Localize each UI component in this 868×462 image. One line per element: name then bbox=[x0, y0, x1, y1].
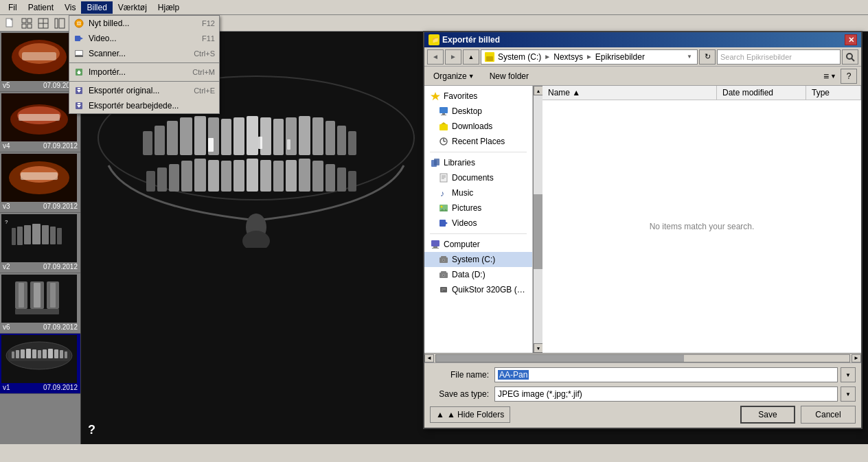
help-button[interactable]: ? bbox=[841, 69, 857, 84]
menu-eksporter-bearbejdede[interactable]: Eksportér bearbejdede... bbox=[69, 98, 219, 113]
nav-pictures[interactable]: Pictures bbox=[424, 200, 532, 216]
addr-sep2: ► bbox=[586, 53, 593, 60]
new-folder-button[interactable]: New folder bbox=[483, 69, 535, 83]
scanner-icon bbox=[73, 48, 84, 59]
nav-up-button[interactable]: ▲ bbox=[463, 49, 479, 65]
svg-rect-87 bbox=[221, 119, 231, 155]
nav-downloads[interactable]: Downloads bbox=[424, 119, 532, 134]
menu-hjaelp[interactable]: Hjælp bbox=[152, 1, 185, 14]
address-dropdown-btn[interactable]: ▼ bbox=[685, 52, 694, 62]
dialog-bottom: File name: AA-Pan ▼ Save as type: JPEG i… bbox=[424, 362, 861, 428]
nav-scroll-track[interactable] bbox=[534, 95, 542, 343]
menu-patient[interactable]: Patient bbox=[23, 1, 59, 14]
nyt-billed-icon bbox=[73, 18, 84, 29]
empty-message: No items match your search. bbox=[650, 222, 755, 231]
menu-video[interactable]: Video... F11 bbox=[69, 31, 219, 46]
nav-desktop[interactable]: Desktop bbox=[424, 104, 532, 119]
nav-computer[interactable]: Computer bbox=[424, 237, 532, 252]
cancel-button[interactable]: Cancel bbox=[801, 406, 856, 424]
menu-vis[interactable]: Vis bbox=[59, 1, 81, 14]
nav-refresh-button[interactable]: ↻ bbox=[699, 49, 716, 65]
savetype-input[interactable]: JPEG image (*.jpg;*.jif) bbox=[494, 386, 838, 402]
hscroll-track[interactable] bbox=[435, 354, 850, 362]
search-box[interactable]: Search Epikrisebilder bbox=[717, 49, 841, 65]
addr-sep1: ► bbox=[544, 53, 551, 60]
menu-nyt-billed[interactable]: Nyt billed... F12 bbox=[69, 16, 219, 31]
nav-favorites[interactable]: Favorites bbox=[424, 89, 532, 104]
thumbnail-v4-label: v4 07.09.2012 bbox=[1, 141, 79, 150]
importer-shortcut: Ctrl+M bbox=[192, 68, 215, 76]
search-button[interactable] bbox=[842, 49, 858, 65]
nav-scroll-down[interactable]: ▼ bbox=[534, 343, 543, 353]
svg-rect-137 bbox=[434, 159, 439, 165]
file-pane: Name ▲ Date modified Type No items match… bbox=[542, 86, 861, 353]
svg-rect-150 bbox=[432, 248, 439, 249]
nav-forward-button[interactable]: ► bbox=[445, 49, 461, 65]
importer-icon bbox=[73, 67, 84, 78]
tb-new[interactable] bbox=[3, 16, 18, 31]
nav-music[interactable]: ♪ Music bbox=[424, 185, 532, 200]
thumbnail-v1[interactable]: v1 07.09.2012 bbox=[0, 334, 80, 394]
menu-importer[interactable]: Importér... Ctrl+M bbox=[69, 65, 219, 80]
dialog-close-button[interactable]: ✕ bbox=[845, 34, 857, 45]
tb-layout2[interactable] bbox=[52, 16, 67, 31]
nav-scrollbar[interactable]: ▲ ▼ bbox=[533, 86, 542, 353]
organize-button[interactable]: Organize ▼ bbox=[429, 69, 479, 83]
question-mark: ? bbox=[88, 423, 95, 437]
tb-layout1[interactable] bbox=[36, 16, 51, 31]
menu-fil[interactable]: Fil bbox=[3, 1, 23, 14]
scanner-shortcut: Ctrl+S bbox=[194, 49, 215, 58]
hscroll-right[interactable]: ► bbox=[852, 354, 861, 362]
nav-back-button[interactable]: ◄ bbox=[427, 49, 444, 65]
new-folder-label: New folder bbox=[490, 71, 529, 81]
nav-scroll-thumb bbox=[534, 194, 542, 268]
hscroll-left[interactable]: ◄ bbox=[424, 354, 434, 362]
svg-rect-55 bbox=[50, 227, 56, 244]
nav-documents[interactable]: Documents bbox=[424, 170, 532, 185]
svg-rect-128 bbox=[439, 107, 448, 113]
col-header-name[interactable]: Name ▲ bbox=[542, 86, 717, 100]
svg-rect-97 bbox=[348, 131, 356, 155]
menu-eksporter-original[interactable]: Eksportér original... Ctrl+E bbox=[69, 83, 219, 98]
svg-rect-91 bbox=[273, 119, 284, 155]
nav-quikstor-e[interactable]: QuikStor 320GB (E:...) bbox=[424, 282, 532, 297]
menu-scanner[interactable]: Scanner... Ctrl+S bbox=[69, 46, 219, 61]
data-d-icon bbox=[438, 269, 449, 280]
nav-data-d[interactable]: Data (D:) bbox=[424, 267, 532, 282]
col-header-date[interactable]: Date modified bbox=[717, 86, 806, 100]
tb-grid4[interactable] bbox=[19, 16, 34, 31]
svg-rect-71 bbox=[26, 349, 31, 358]
address-bar[interactable]: System (C:) ► Nextsys ► Epikrisebilder ▼ bbox=[481, 49, 698, 65]
svg-rect-101 bbox=[181, 161, 192, 192]
export-dialog[interactable]: 📁 Exportér billed ✕ ◄ ► ▲ System (C:) bbox=[423, 31, 863, 429]
pictures-label: Pictures bbox=[452, 203, 481, 213]
nav-libraries[interactable]: Libraries bbox=[424, 155, 532, 170]
libraries-icon bbox=[430, 157, 441, 168]
thumbnail-v2[interactable]: ? v2 07.09.2012 bbox=[0, 213, 80, 273]
dialog-hscrollbar[interactable]: ◄ ► bbox=[424, 353, 861, 362]
nav-videos[interactable]: Videos bbox=[424, 216, 532, 231]
svg-rect-23 bbox=[22, 24, 26, 28]
nav-scroll-up[interactable]: ▲ bbox=[534, 86, 543, 95]
svg-rect-89 bbox=[247, 116, 258, 155]
svg-rect-99 bbox=[157, 168, 167, 192]
nav-system-c[interactable]: System (C:) bbox=[424, 252, 532, 267]
menu-billed[interactable]: Billed bbox=[81, 1, 112, 14]
save-button[interactable]: Save bbox=[740, 406, 795, 424]
filename-input[interactable]: AA-Pan bbox=[494, 367, 838, 382]
hide-folders-button[interactable]: ▲ ▲ Hide Folders bbox=[430, 406, 510, 423]
thumbnail-v3[interactable]: v3 07.09.2012 bbox=[0, 152, 80, 213]
downloads-label: Downloads bbox=[452, 122, 492, 131]
menu-vaerktoej[interactable]: Værktøj bbox=[113, 1, 152, 14]
svg-rect-115 bbox=[208, 138, 214, 152]
filename-dropdown-btn[interactable]: ▼ bbox=[841, 367, 856, 382]
music-icon: ♪ bbox=[438, 187, 449, 198]
savetype-row: Save as type: JPEG image (*.jpg;*.jif) ▼ bbox=[430, 386, 856, 402]
video-label: Video... bbox=[89, 34, 198, 43]
savetype-dropdown-btn[interactable]: ▼ bbox=[841, 386, 856, 402]
col-header-type[interactable]: Type bbox=[806, 86, 861, 100]
view-button[interactable]: ≡ ▼ bbox=[823, 71, 836, 82]
svg-rect-84 bbox=[180, 117, 192, 155]
thumbnail-v6[interactable]: v6 07.09.2012 bbox=[0, 273, 80, 334]
nav-recent-places[interactable]: Recent Places bbox=[424, 134, 532, 149]
